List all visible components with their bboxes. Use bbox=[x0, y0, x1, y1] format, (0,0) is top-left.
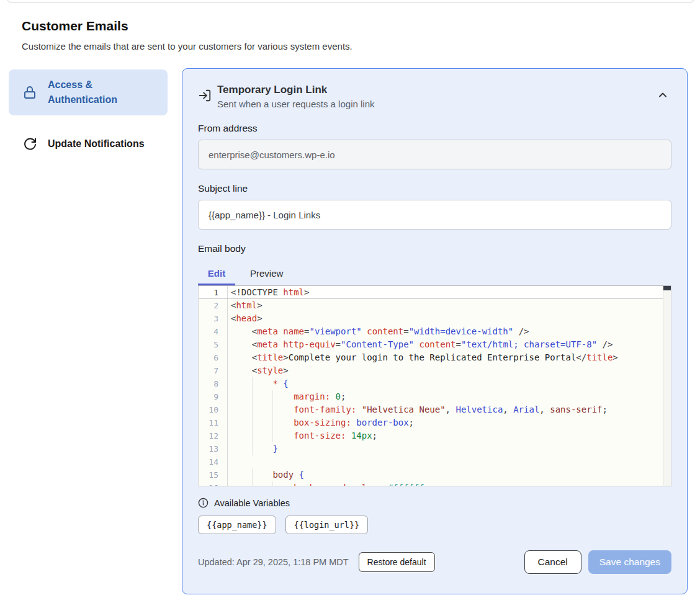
indent-guide bbox=[252, 416, 253, 429]
code-line: 15 body { bbox=[199, 468, 663, 481]
indent-guide bbox=[252, 377, 253, 390]
code-line: 16 background-color: #ffffff; bbox=[199, 481, 663, 486]
code-content: <meta http-equiv="Content-Type" content=… bbox=[228, 338, 663, 351]
editor-scrollbar[interactable] bbox=[663, 286, 671, 486]
code-line: 6 <title>Complete your login to the Repl… bbox=[199, 351, 663, 364]
code-line: 2<html> bbox=[199, 299, 663, 312]
temporary-login-link-card: Temporary Login Link Sent when a user re… bbox=[182, 68, 688, 594]
line-number: 5 bbox=[199, 338, 228, 351]
indent-guide bbox=[272, 403, 273, 416]
card-header: Temporary Login Link Sent when a user re… bbox=[198, 84, 671, 109]
code-content bbox=[228, 455, 663, 468]
line-number: 12 bbox=[199, 429, 228, 442]
line-number: 6 bbox=[199, 351, 228, 364]
restore-default-button[interactable]: Restore default bbox=[359, 552, 435, 572]
variable-chip-app-name[interactable]: {{app_name}} bbox=[198, 516, 276, 534]
sidebar-item-access-authentication[interactable]: Access & Authentication bbox=[9, 69, 168, 115]
from-address-input[interactable] bbox=[198, 140, 671, 169]
line-number: 10 bbox=[199, 403, 228, 416]
login-icon bbox=[198, 89, 212, 102]
chevron-up-icon bbox=[657, 89, 671, 101]
indent-guide bbox=[272, 416, 273, 429]
code-line: 12 font-size: 14px; bbox=[199, 429, 663, 442]
variable-chips: {{app_name}}{{login_url}} bbox=[198, 516, 671, 534]
code-line: 3<head> bbox=[199, 312, 663, 325]
code-content: } bbox=[228, 442, 663, 455]
save-changes-button[interactable]: Save changes bbox=[588, 550, 671, 574]
code-line: 9 margin: 0; bbox=[199, 390, 663, 403]
indent-guide bbox=[272, 481, 273, 486]
code-line: 11 box-sizing: border-box; bbox=[199, 416, 663, 429]
code-content: body { bbox=[228, 468, 663, 481]
code-line: 8 * { bbox=[199, 377, 663, 390]
email-body-label: Email body bbox=[198, 243, 671, 254]
code-content: font-family: "Helvetica Neue", Helvetica… bbox=[228, 403, 663, 416]
indent-guide bbox=[252, 390, 253, 403]
subject-line-label: Subject line bbox=[198, 183, 671, 194]
indent-guide bbox=[252, 429, 253, 442]
code-content: <style> bbox=[228, 364, 663, 377]
tab-preview[interactable]: Preview bbox=[244, 263, 289, 285]
line-number: 8 bbox=[199, 377, 228, 390]
card-title: Temporary Login Link bbox=[217, 84, 374, 96]
customer-emails-page: Customer Emails Customize the emails tha… bbox=[0, 0, 700, 608]
indent-guide bbox=[252, 442, 253, 455]
code-content: <head> bbox=[228, 312, 663, 325]
code-line: 1<!DOCTYPE html> bbox=[199, 286, 663, 299]
code-line: 13 } bbox=[199, 442, 663, 455]
indent-guide bbox=[272, 390, 273, 403]
sidebar-item-update-notifications[interactable]: Update Notifications bbox=[9, 132, 168, 156]
line-number: 13 bbox=[199, 442, 228, 455]
page-title: Customer Emails bbox=[22, 19, 128, 34]
line-number: 16 bbox=[199, 481, 228, 486]
line-number: 4 bbox=[199, 325, 228, 338]
indent-guide bbox=[252, 481, 253, 486]
line-number: 9 bbox=[199, 390, 228, 403]
code-area: 1<!DOCTYPE html>2<html>3<head>4 <meta na… bbox=[199, 286, 663, 486]
code-line: 5 <meta http-equiv="Content-Type" conten… bbox=[199, 338, 663, 351]
line-number: 14 bbox=[199, 455, 228, 468]
code-content: margin: 0; bbox=[228, 390, 663, 403]
code-line: 10 font-family: "Helvetica Neue", Helvet… bbox=[199, 403, 663, 416]
available-variables-header: Available Variables bbox=[198, 498, 671, 508]
scrollbar-thumb[interactable] bbox=[663, 286, 671, 290]
subject-line-input[interactable] bbox=[198, 200, 671, 230]
code-content: <title>Complete your login to the Replic… bbox=[228, 351, 663, 364]
from-address-label: From address bbox=[198, 123, 671, 134]
tab-edit[interactable]: Edit bbox=[198, 263, 235, 285]
line-number: 1 bbox=[199, 286, 228, 298]
code-content: <html> bbox=[228, 299, 663, 312]
code-content: font-size: 14px; bbox=[228, 429, 663, 442]
email-body-tabs: EditPreview bbox=[198, 263, 671, 285]
cancel-button[interactable]: Cancel bbox=[524, 550, 581, 574]
code-content: background-color: #ffffff; bbox=[228, 481, 663, 486]
indent-guide bbox=[272, 429, 273, 442]
line-number: 15 bbox=[199, 468, 228, 481]
refresh-icon bbox=[22, 136, 37, 151]
card-header-text: Temporary Login Link Sent when a user re… bbox=[217, 84, 374, 109]
collapse-button[interactable] bbox=[657, 87, 671, 102]
code-content: <!DOCTYPE html> bbox=[228, 286, 663, 298]
variable-chip-login-url[interactable]: {{login_url}} bbox=[285, 516, 369, 534]
updated-timestamp: Updated: Apr 29, 2025, 1:18 PM MDT bbox=[198, 557, 349, 567]
card-subtitle: Sent when a user requests a login link bbox=[217, 99, 374, 109]
page-subtitle: Customize the emails that are sent to yo… bbox=[22, 41, 352, 51]
code-line: 4 <meta name="viewport" content="width=d… bbox=[199, 325, 663, 338]
line-number: 2 bbox=[199, 299, 228, 312]
code-content: <meta name="viewport" content="width=dev… bbox=[228, 325, 663, 338]
code-line: 7 <style> bbox=[199, 364, 663, 377]
code-line: 14 bbox=[199, 455, 663, 468]
line-number: 7 bbox=[199, 364, 228, 377]
line-number: 3 bbox=[199, 312, 228, 325]
indent-guide bbox=[252, 403, 253, 416]
code-editor[interactable]: 1<!DOCTYPE html>2<html>3<head>4 <meta na… bbox=[198, 285, 671, 486]
sidebar-item-label: Update Notifications bbox=[48, 136, 145, 151]
line-number: 11 bbox=[199, 416, 228, 429]
lock-icon bbox=[22, 85, 37, 100]
code-content: box-sizing: border-box; bbox=[228, 416, 663, 429]
indent-guide bbox=[252, 468, 253, 481]
available-variables-label: Available Variables bbox=[214, 498, 290, 508]
previous-card-bottom-edge bbox=[6, 0, 695, 3]
email-types-sidebar: Access & AuthenticationUpdate Notificati… bbox=[9, 69, 168, 156]
info-icon bbox=[198, 498, 209, 508]
